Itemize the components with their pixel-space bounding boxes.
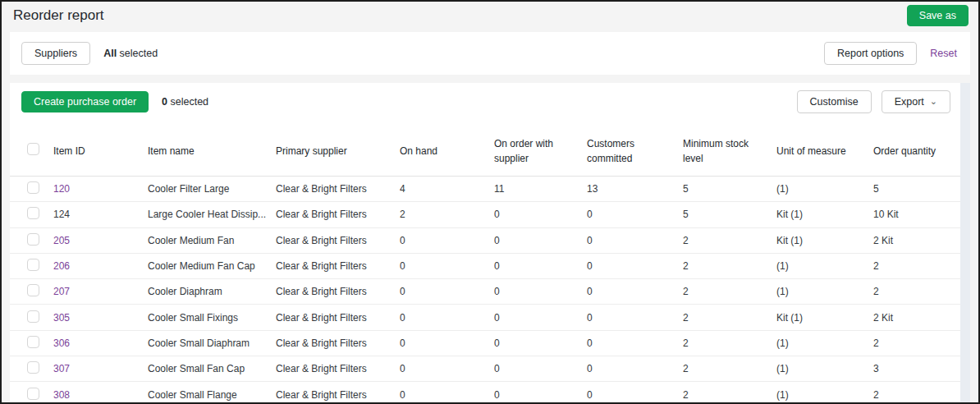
item-name-cell: Cooler Medium Fan Cap — [148, 260, 276, 272]
suppliers-filter-button[interactable]: Suppliers — [21, 42, 90, 65]
filters-right-group: Report options Reset — [824, 42, 957, 65]
toolbar-right-group: Customise Export⌄ — [797, 90, 950, 113]
row-checkbox[interactable] — [27, 259, 39, 271]
on-order-cell: 0 — [494, 312, 587, 324]
rows-selected-count: 0 — [162, 96, 167, 108]
minimum-stock-cell: 2 — [683, 286, 776, 297]
row-checkbox[interactable] — [27, 207, 39, 219]
unit-of-measure-cell: Kit (1) — [776, 235, 873, 246]
row-checkbox[interactable] — [27, 336, 39, 348]
column-header-on-hand[interactable]: On hand — [400, 144, 494, 158]
reorder-report-page: Reorder report Save as Suppliers All sel… — [0, 0, 980, 404]
on-hand-cell: 0 — [400, 286, 494, 297]
table-header-row: Item ID Item name Primary supplier On ha… — [10, 126, 960, 177]
row-checkbox[interactable] — [27, 233, 39, 246]
item-id-link[interactable]: 205 — [53, 235, 70, 246]
item-id-link[interactable]: 120 — [53, 183, 70, 195]
customers-committed-cell: 0 — [587, 389, 683, 401]
item-id-link[interactable]: 307 — [53, 363, 70, 374]
primary-supplier-cell: Clear & Bright Filters — [276, 337, 400, 349]
table-row: 306 Cooler Small Diaphram Clear & Bright… — [10, 331, 960, 356]
unit-of-measure-cell: Kit (1) — [776, 209, 873, 220]
on-order-cell: 0 — [494, 363, 587, 374]
item-id-link[interactable]: 206 — [53, 260, 70, 272]
item-id-link[interactable]: 207 — [53, 286, 70, 297]
row-checkbox-cell — [10, 361, 53, 376]
unit-of-measure-cell: (1) — [776, 363, 873, 374]
customers-committed-cell: 0 — [587, 209, 683, 220]
on-order-cell: 0 — [494, 235, 587, 246]
column-header-minimum-stock-level[interactable]: Minimum stock level — [683, 136, 776, 166]
minimum-stock-cell: 5 — [683, 183, 776, 195]
primary-supplier-cell: Clear & Bright Filters — [276, 389, 400, 401]
customers-committed-cell: 0 — [587, 337, 683, 349]
on-hand-cell: 0 — [400, 235, 494, 246]
select-all-checkbox[interactable] — [27, 143, 39, 155]
item-id-link[interactable]: 124 — [53, 209, 70, 220]
row-checkbox-cell — [10, 233, 53, 248]
suppliers-selection-status: All selected — [103, 48, 158, 59]
table-row: 307 Cooler Small Fan Cap Clear & Bright … — [10, 356, 960, 382]
customers-committed-cell: 0 — [587, 260, 683, 272]
column-header-primary-supplier[interactable]: Primary supplier — [276, 144, 400, 158]
table-body: 120 Cooler Filter Large Clear & Bright F… — [10, 177, 960, 404]
reset-link[interactable]: Reset — [930, 48, 957, 59]
on-hand-cell: 2 — [400, 209, 494, 220]
table-header-checkbox-cell — [10, 143, 53, 159]
order-quantity-cell: 2 Kit — [873, 235, 960, 246]
order-quantity-cell: 2 — [873, 337, 960, 349]
report-options-button[interactable]: Report options — [824, 42, 917, 65]
unit-of-measure-cell: (1) — [776, 337, 873, 349]
table-row: 207 Cooler Diaphram Clear & Bright Filte… — [10, 279, 960, 305]
item-name-cell: Cooler Small Fan Cap — [148, 363, 276, 374]
column-header-order-quantity[interactable]: Order quantity — [873, 144, 960, 158]
unit-of-measure-cell: (1) — [776, 389, 873, 401]
column-header-customers-committed[interactable]: Customers committed — [587, 136, 683, 166]
row-checkbox-cell — [10, 310, 53, 325]
chevron-down-icon: ⌄ — [930, 96, 937, 107]
column-header-item-name[interactable]: Item name — [148, 144, 276, 158]
minimum-stock-cell: 2 — [683, 260, 776, 272]
export-button[interactable]: Export⌄ — [882, 90, 950, 113]
column-header-on-order[interactable]: On order with supplier — [494, 136, 587, 166]
item-name-cell: Large Cooler Heat Dissip... — [148, 209, 276, 220]
on-hand-cell: 4 — [400, 183, 494, 195]
customers-committed-cell: 0 — [587, 363, 683, 374]
item-id-link[interactable]: 308 — [53, 389, 70, 401]
order-quantity-cell: 5 — [873, 183, 960, 195]
page-header: Reorder report Save as — [2, 2, 978, 30]
table-row: 120 Cooler Filter Large Clear & Bright F… — [10, 177, 960, 202]
row-checkbox-cell — [10, 207, 53, 222]
row-checkbox[interactable] — [27, 181, 39, 194]
save-as-button[interactable]: Save as — [907, 5, 969, 26]
item-id-link[interactable]: 306 — [53, 337, 70, 349]
column-header-item-id[interactable]: Item ID — [53, 144, 148, 158]
customers-committed-cell: 13 — [587, 183, 683, 195]
row-checkbox[interactable] — [27, 388, 39, 400]
row-checkbox[interactable] — [27, 284, 39, 296]
vertical-scrollbar[interactable] — [960, 83, 970, 402]
minimum-stock-cell: 2 — [683, 389, 776, 401]
export-button-label: Export — [895, 96, 924, 108]
column-header-unit-of-measure[interactable]: Unit of measure — [776, 144, 873, 158]
create-purchase-order-button[interactable]: Create purchase order — [21, 91, 149, 112]
item-name-cell: Cooler Small Flange — [148, 389, 276, 401]
order-quantity-cell: 2 — [873, 260, 960, 272]
order-quantity-cell: 2 Kit — [873, 312, 960, 324]
filters-bar: Suppliers All selected Report options Re… — [10, 32, 970, 75]
row-checkbox[interactable] — [27, 310, 39, 323]
row-checkbox-cell — [10, 336, 53, 351]
on-hand-cell: 0 — [400, 389, 494, 401]
row-checkbox[interactable] — [27, 361, 39, 374]
on-order-cell: 0 — [494, 209, 587, 220]
row-checkbox-cell — [10, 284, 53, 299]
rows-selected-suffix: selected — [167, 96, 208, 108]
on-order-cell: 11 — [494, 183, 587, 195]
customise-button[interactable]: Customise — [797, 90, 872, 113]
order-quantity-cell: 10 Kit — [873, 209, 960, 220]
primary-supplier-cell: Clear & Bright Filters — [276, 209, 400, 220]
item-name-cell: Cooler Small Fixings — [148, 312, 276, 324]
item-id-link[interactable]: 305 — [53, 312, 70, 324]
row-checkbox-cell — [10, 259, 53, 273]
suppliers-selection-value: All — [103, 48, 117, 59]
